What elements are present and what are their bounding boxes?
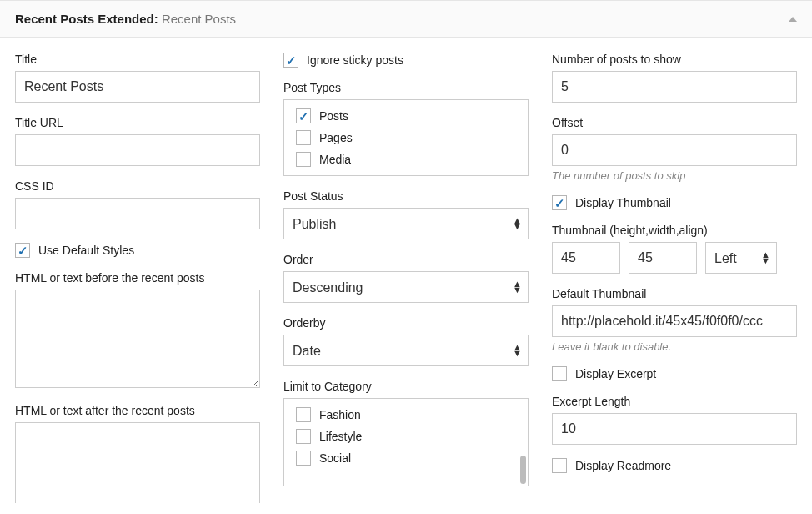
category-fashion-checkbox[interactable] — [296, 407, 311, 422]
widget-title-prefix: Recent Posts Extended: — [15, 12, 158, 26]
display-thumbnail-label: Display Thumbnail — [575, 196, 671, 209]
column-middle: Ignore sticky posts Post Types Posts Pag… — [283, 53, 529, 503]
css-id-input[interactable] — [15, 198, 260, 229]
post-types-list: Posts Pages Media — [283, 99, 529, 176]
after-posts-label: HTML or text after the recent posts — [15, 404, 260, 417]
post-status-select[interactable]: Publish — [283, 208, 529, 239]
display-readmore-checkbox[interactable] — [552, 458, 567, 473]
orderby-select[interactable]: Date — [283, 335, 529, 366]
default-thumb-label: Default Thumbnail — [552, 287, 797, 300]
category-lifestyle-label: Lifestyle — [319, 430, 362, 443]
category-list[interactable]: Fashion Lifestyle Social — [283, 398, 529, 486]
order-label: Order — [283, 253, 529, 266]
num-posts-input[interactable] — [552, 71, 797, 103]
title-input[interactable] — [15, 71, 260, 103]
post-type-pages-checkbox[interactable] — [296, 130, 311, 145]
default-thumb-hint: Leave it blank to disable. — [552, 340, 797, 353]
widget-body: Title Title URL CSS ID Use Default Style… — [0, 38, 812, 503]
num-posts-label: Number of posts to show — [552, 53, 797, 66]
default-thumb-input[interactable] — [552, 305, 797, 337]
use-default-styles-checkbox[interactable] — [15, 243, 30, 258]
excerpt-length-label: Excerpt Length — [552, 395, 797, 408]
order-select[interactable]: Descending — [283, 271, 529, 303]
category-social-checkbox[interactable] — [296, 451, 311, 466]
widget-header[interactable]: Recent Posts Extended: Recent Posts — [0, 0, 812, 38]
thumb-width-input[interactable] — [629, 242, 697, 274]
category-lifestyle-checkbox[interactable] — [296, 429, 311, 444]
after-posts-textarea[interactable] — [15, 422, 260, 503]
title-url-input[interactable] — [15, 134, 260, 166]
thumb-height-input[interactable] — [552, 242, 620, 274]
column-left: Title Title URL CSS ID Use Default Style… — [15, 53, 260, 503]
post-type-pages-label: Pages — [319, 131, 353, 144]
post-type-media-label: Media — [319, 153, 351, 166]
scrollbar[interactable] — [520, 456, 526, 484]
limit-category-label: Limit to Category — [283, 380, 529, 393]
collapse-icon[interactable] — [789, 17, 797, 22]
post-status-label: Post Status — [283, 189, 529, 203]
post-type-media-checkbox[interactable] — [296, 152, 311, 167]
excerpt-length-input[interactable] — [552, 413, 797, 445]
category-fashion-label: Fashion — [319, 408, 361, 421]
thumb-align-select[interactable]: Left — [705, 242, 777, 274]
display-readmore-label: Display Readmore — [575, 459, 671, 472]
display-thumbnail-checkbox[interactable] — [552, 195, 567, 210]
orderby-label: Orderby — [283, 316, 529, 330]
post-types-label: Post Types — [283, 81, 529, 94]
thumb-size-label: Thumbnail (height,width,align) — [552, 224, 797, 237]
ignore-sticky-checkbox[interactable] — [283, 53, 298, 68]
post-type-posts-checkbox[interactable] — [296, 108, 311, 123]
widget-title: Recent Posts Extended: Recent Posts — [15, 12, 236, 26]
ignore-sticky-label: Ignore sticky posts — [307, 53, 403, 67]
widget-title-suffix: Recent Posts — [162, 12, 236, 26]
use-default-styles-label: Use Default Styles — [38, 244, 134, 257]
title-url-label: Title URL — [15, 116, 260, 129]
display-excerpt-label: Display Excerpt — [575, 367, 656, 380]
display-excerpt-checkbox[interactable] — [552, 366, 567, 381]
before-posts-label: HTML or text before the recent posts — [15, 271, 260, 285]
before-posts-textarea[interactable] — [15, 290, 260, 388]
css-id-label: CSS ID — [15, 179, 260, 193]
offset-hint: The number of posts to skip — [552, 169, 797, 182]
offset-input[interactable] — [552, 134, 797, 166]
post-type-posts-label: Posts — [319, 109, 348, 123]
title-label: Title — [15, 53, 260, 66]
offset-label: Offset — [552, 116, 797, 129]
column-right: Number of posts to show Offset The numbe… — [552, 53, 797, 503]
category-social-label: Social — [319, 451, 351, 465]
